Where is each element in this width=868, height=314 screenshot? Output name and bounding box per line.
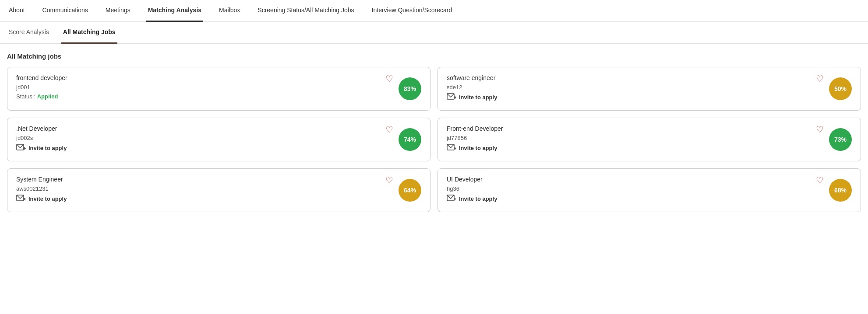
score-badge-5: 64% bbox=[399, 179, 421, 202]
invite-label-5: Invite to apply bbox=[28, 195, 67, 202]
score-badge-4: 73% bbox=[829, 128, 852, 151]
job-id-3: jd002s bbox=[16, 135, 421, 141]
job-card-6: ♡ UI Developer hg36 Invite to apply 68% bbox=[438, 168, 861, 212]
mail-plus-icon-6 bbox=[447, 195, 456, 202]
invite-label-3: Invite to apply bbox=[28, 145, 67, 151]
job-title-2: software engineer bbox=[447, 74, 852, 81]
tab-score-analysis[interactable]: Score Analysis bbox=[7, 22, 51, 44]
favorite-icon-4[interactable]: ♡ bbox=[816, 124, 824, 135]
nav-communications[interactable]: Communications bbox=[41, 0, 90, 22]
invite-button-5[interactable]: Invite to apply bbox=[16, 195, 421, 202]
favorite-icon-1[interactable]: ♡ bbox=[385, 73, 393, 84]
invite-button-3[interactable]: Invite to apply bbox=[16, 144, 421, 152]
favorite-icon-3[interactable]: ♡ bbox=[385, 124, 393, 135]
invite-button-2[interactable]: Invite to apply bbox=[447, 93, 852, 101]
job-title-3: .Net Developer bbox=[16, 125, 421, 132]
invite-label-6: Invite to apply bbox=[459, 195, 497, 202]
nav-meetings[interactable]: Meetings bbox=[104, 0, 132, 22]
mail-plus-icon-2 bbox=[447, 93, 456, 101]
invite-label-2: Invite to apply bbox=[459, 94, 497, 101]
score-badge-2: 50% bbox=[829, 77, 852, 100]
mail-plus-icon-4 bbox=[447, 144, 456, 152]
jobs-grid: ♡ frontend developer jd001 Status : Appl… bbox=[7, 67, 861, 212]
job-title-1: frontend developer bbox=[16, 74, 421, 81]
job-id-2: sde12 bbox=[447, 84, 852, 91]
job-status-1: Status : Applied bbox=[16, 93, 421, 100]
job-card-2: ♡ software engineer sde12 Invite to appl… bbox=[438, 67, 861, 111]
tab-all-matching-jobs[interactable]: All Matching Jobs bbox=[61, 22, 117, 44]
status-value-1: Applied bbox=[37, 93, 58, 100]
top-navigation: About Communications Meetings Matching A… bbox=[0, 0, 868, 22]
invite-label-4: Invite to apply bbox=[459, 145, 497, 151]
favorite-icon-6[interactable]: ♡ bbox=[816, 175, 824, 185]
mail-plus-icon-3 bbox=[16, 144, 26, 152]
sub-tabs: Score Analysis All Matching Jobs bbox=[0, 22, 868, 44]
nav-matching-analysis[interactable]: Matching Analysis bbox=[146, 0, 203, 22]
job-title-6: UI Developer bbox=[447, 176, 852, 183]
favorite-icon-2[interactable]: ♡ bbox=[816, 73, 824, 84]
job-title-4: Front-end Developer bbox=[447, 125, 852, 132]
section-title: All Matching jobs bbox=[7, 52, 861, 60]
main-content: All Matching jobs ♡ frontend developer j… bbox=[0, 44, 868, 221]
job-card-4: ♡ Front-end Developer jd77856 Invite to … bbox=[438, 118, 861, 161]
score-badge-1: 83% bbox=[399, 77, 421, 100]
nav-mailbox[interactable]: Mailbox bbox=[217, 0, 242, 22]
job-id-5: aws0021231 bbox=[16, 185, 421, 192]
invite-button-4[interactable]: Invite to apply bbox=[447, 144, 852, 152]
nav-about[interactable]: About bbox=[7, 0, 27, 22]
job-title-5: System Engineer bbox=[16, 176, 421, 183]
mail-plus-icon-5 bbox=[16, 195, 26, 202]
invite-button-6[interactable]: Invite to apply bbox=[447, 195, 852, 202]
job-id-4: jd77856 bbox=[447, 135, 852, 141]
job-id-6: hg36 bbox=[447, 185, 852, 192]
job-card-3: ♡ .Net Developer jd002s Invite to apply … bbox=[7, 118, 430, 161]
nav-screening-status[interactable]: Screening Status/All Matching Jobs bbox=[256, 0, 356, 22]
job-card-5: ♡ System Engineer aws0021231 Invite to a… bbox=[7, 168, 430, 212]
nav-interview-question[interactable]: Interview Question/Scorecard bbox=[370, 0, 454, 22]
score-badge-3: 74% bbox=[399, 128, 421, 151]
job-card-1: ♡ frontend developer jd001 Status : Appl… bbox=[7, 67, 430, 111]
job-id-1: jd001 bbox=[16, 84, 421, 91]
favorite-icon-5[interactable]: ♡ bbox=[385, 175, 393, 185]
score-badge-6: 68% bbox=[829, 179, 852, 202]
